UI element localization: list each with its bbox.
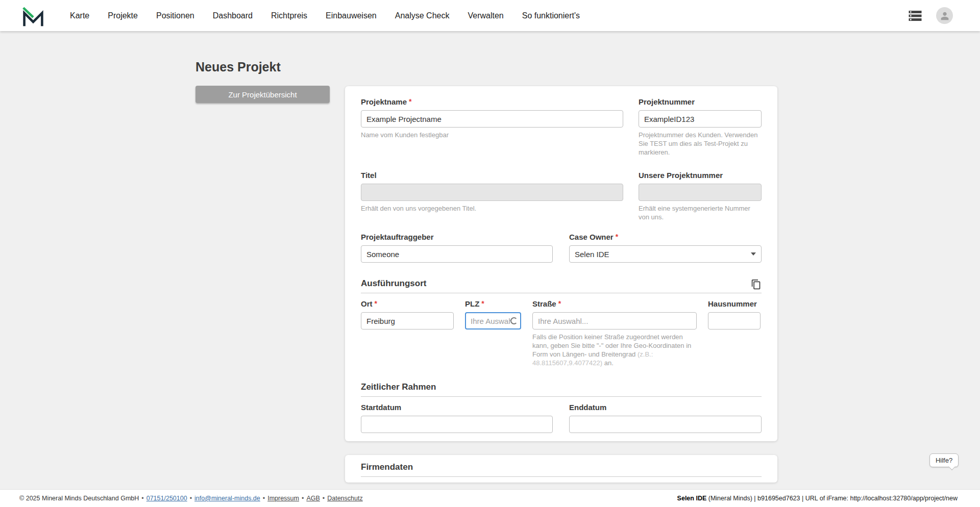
label-text: Straße	[532, 299, 556, 308]
nav-item-richtpreis[interactable]: Richtpreis	[271, 11, 307, 20]
enddatum-label: Enddatum	[569, 403, 762, 412]
ort-label: Ort*	[361, 299, 454, 309]
plz-label: PLZ*	[465, 299, 521, 309]
section-zeitlicher-rahmen-title: Zeitlicher Rahmen	[361, 382, 436, 392]
projektauftraggeber-input[interactable]	[361, 245, 553, 263]
nav-item-einbauweisen[interactable]: Einbauweisen	[326, 11, 377, 20]
hausnummer-label: Hausnummer	[708, 299, 761, 309]
label-text: Case Owner	[569, 233, 614, 241]
footer-left: © 2025 Mineral Minds Deutschland GmbH • …	[19, 495, 363, 502]
strasse-label: Straße*	[532, 299, 697, 309]
label-text: Ort	[361, 299, 373, 308]
nav-item-so-funktionierts[interactable]: So funktioniert's	[522, 11, 580, 20]
strasse-input[interactable]	[532, 312, 697, 329]
chevron-down-icon	[751, 252, 756, 256]
ort-field: Ort*	[361, 299, 454, 329]
projektnummer-helper: Projektnummer des Kunden. Verwenden Sie …	[639, 131, 762, 157]
helper-text: an.	[602, 359, 614, 367]
label-text: Projektauftraggeber	[361, 233, 434, 241]
label-text: Enddatum	[569, 403, 606, 412]
footer-link-phone[interactable]: 07151/250100	[146, 495, 187, 502]
section-zeitlicher-rahmen: Zeitlicher Rahmen	[361, 382, 762, 397]
logo-icon	[22, 5, 44, 27]
nav-item-projekte[interactable]: Projekte	[108, 11, 138, 20]
footer-user-name: Selen IDE	[677, 495, 707, 502]
project-overview-button[interactable]: Zur Projektübersicht	[195, 86, 330, 103]
unsere-projektnummer-helper: Erhält eine systemgenerierte Nummer von …	[639, 204, 762, 221]
main-nav: Karte Projekte Positionen Dashboard Rich…	[70, 11, 580, 20]
top-navbar: Karte Projekte Positionen Dashboard Rich…	[0, 0, 980, 31]
projektname-helper: Name vom Kunden festlegbar	[361, 131, 623, 139]
nav-item-dashboard[interactable]: Dashboard	[213, 11, 253, 20]
plz-field: PLZ*	[465, 299, 521, 329]
loading-spinner	[510, 317, 518, 324]
enddatum-input[interactable]	[569, 416, 762, 433]
section-ausfuehrungsort-title: Ausführungsort	[361, 278, 426, 289]
case-owner-label: Case Owner*	[569, 233, 762, 242]
page-title: Neues Projekt	[195, 60, 281, 74]
mineral-minds-logo[interactable]	[22, 5, 44, 27]
nav-item-verwalten[interactable]: Verwalten	[468, 11, 503, 20]
nav-item-positionen[interactable]: Positionen	[156, 11, 194, 20]
label-text: Unsere Projektnummer	[639, 171, 723, 180]
form-row-name-number: Projektname* Name vom Kunden festlegbar …	[361, 97, 762, 157]
section-firmendaten: Firmendaten	[361, 462, 762, 477]
case-owner-select[interactable]: Selen IDE	[569, 245, 762, 263]
projektauftraggeber-field: Projektauftraggeber	[361, 233, 553, 263]
separator-dot: •	[190, 495, 192, 502]
required-asterisk: *	[616, 233, 618, 241]
unsere-projektnummer-label: Unsere Projektnummer	[639, 171, 762, 180]
enddatum-field: Enddatum	[569, 403, 762, 433]
section-ausfuehrungsort: Ausführungsort	[361, 278, 762, 293]
help-button[interactable]: Hilfe?	[929, 453, 959, 467]
label-text: Projektname	[361, 97, 407, 106]
footer: © 2025 Mineral Minds Deutschland GmbH • …	[0, 489, 980, 507]
project-form-card: Projektname* Name vom Kunden festlegbar …	[345, 86, 777, 441]
titel-field: Titel Erhält den von uns vorgegebenen Ti…	[361, 171, 623, 213]
copy-icon[interactable]	[751, 279, 762, 290]
label-text: Titel	[361, 171, 377, 180]
projektname-input[interactable]	[361, 110, 623, 128]
unsere-projektnummer-input	[639, 184, 762, 201]
firmendaten-card: Firmendaten	[345, 455, 777, 483]
section-firmendaten-title: Firmendaten	[361, 462, 413, 472]
form-row-titel: Titel Erhält den von uns vorgegebenen Ti…	[361, 171, 762, 221]
nav-item-karte[interactable]: Karte	[70, 11, 89, 20]
ort-input[interactable]	[361, 312, 454, 329]
separator-dot: •	[302, 495, 304, 502]
required-asterisk: *	[375, 299, 377, 308]
footer-link-agb[interactable]: AGB	[306, 495, 320, 502]
form-row-address: Ort* PLZ* Straße* Falls die Position kei…	[361, 299, 762, 367]
label-text: Startdatum	[361, 403, 401, 412]
footer-link-impressum[interactable]: Impressum	[267, 495, 299, 502]
user-avatar[interactable]	[936, 7, 953, 24]
form-row-auftraggeber-owner: Projektauftraggeber Case Owner* Selen ID…	[361, 233, 762, 263]
titel-helper: Erhält den von uns vorgegebenen Titel.	[361, 204, 623, 213]
startdatum-field: Startdatum	[361, 403, 553, 433]
projektname-label: Projektname*	[361, 97, 623, 107]
required-asterisk: *	[409, 97, 411, 106]
titel-label: Titel	[361, 171, 623, 180]
separator-dot: •	[263, 495, 265, 502]
projektnummer-input[interactable]	[639, 110, 762, 128]
label-text: Hausnummer	[708, 299, 757, 308]
case-owner-field: Case Owner* Selen IDE	[569, 233, 762, 263]
projektname-field: Projektname* Name vom Kunden festlegbar	[361, 97, 623, 139]
hausnummer-input[interactable]	[708, 312, 761, 329]
strasse-helper: Falls die Position keiner Straße zugeord…	[532, 333, 697, 367]
footer-link-datenschutz[interactable]: Datenschutz	[327, 495, 362, 502]
required-asterisk: *	[558, 299, 561, 308]
hausnummer-field: Hausnummer	[708, 299, 761, 329]
nav-item-analyse-check[interactable]: Analyse Check	[395, 11, 450, 20]
footer-link-email[interactable]: info@mineral-minds.de	[194, 495, 260, 502]
label-text: PLZ	[465, 299, 479, 308]
server-icon[interactable]	[908, 8, 923, 23]
case-owner-selected-value: Selen IDE	[575, 250, 609, 259]
startdatum-label: Startdatum	[361, 403, 553, 412]
navbar-right	[908, 7, 953, 24]
titel-input	[361, 184, 623, 201]
footer-right: Selen IDE (Mineral Minds) | b91695ed7623…	[677, 495, 958, 502]
projektnummer-label: Projektnummer	[639, 97, 762, 107]
label-text: Projektnummer	[639, 97, 695, 106]
startdatum-input[interactable]	[361, 416, 553, 433]
